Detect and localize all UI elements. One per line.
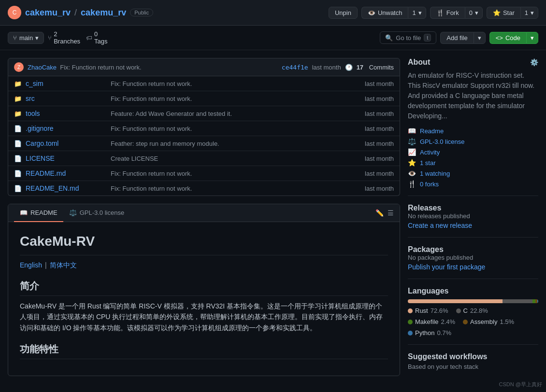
public-badge: Public — [130, 9, 153, 16]
code-button[interactable]: <> Code — [489, 32, 526, 44]
publish-package-link[interactable]: Publish your first package — [408, 263, 485, 271]
file-link[interactable]: README_EN.md — [26, 184, 79, 192]
tags-count-item: 🏷 0 Tags — [86, 30, 107, 45]
file-link[interactable]: Cargo.toml — [26, 140, 58, 147]
rust-bar — [408, 299, 503, 303]
about-section: About ⚙️ An emulator for RISC-V instruct… — [408, 58, 538, 188]
tab-readme[interactable]: 📖 README — [14, 204, 63, 222]
repo-header: C cakemu_rv / cakemu_rv Public Unpin 👁️ … — [0, 0, 546, 26]
file-time: last month — [365, 170, 394, 177]
file-row: 📄 Cargo.toml Feather: step run and memor… — [8, 136, 400, 151]
commit-author-link[interactable]: ZhaoCake — [28, 64, 57, 71]
sidebar-divider-3 — [408, 279, 538, 279]
c-pct: 22.8% — [470, 307, 488, 314]
add-file-dropdown[interactable]: ▾ — [474, 32, 486, 44]
about-link-watching: 👁️ 1 watching — [408, 169, 538, 177]
sidebar-divider-4 — [408, 344, 538, 345]
pencil-icon[interactable]: ✏️ — [375, 209, 384, 217]
forks-link[interactable]: 0 forks — [420, 181, 439, 188]
python-label: Python — [415, 329, 434, 336]
readme-link[interactable]: Readme — [420, 127, 444, 135]
star-dropdown[interactable]: 1 ▾ — [520, 7, 538, 19]
fork-label: Fork — [446, 9, 459, 16]
commit-bar: Z ZhaoCake Fix: Function return not work… — [8, 58, 400, 76]
unwatch-dropdown[interactable]: 1 ▾ — [408, 7, 426, 19]
file-link[interactable]: .gitignore — [26, 125, 54, 132]
branches-link[interactable]: 2 Branches — [54, 30, 80, 45]
c-bar — [503, 299, 532, 303]
star-icon: ⭐ — [493, 9, 501, 16]
history-icon: 🕐 — [345, 64, 353, 71]
list-icon[interactable]: ☰ — [388, 209, 394, 217]
go-to-file-shortcut: t — [424, 34, 431, 42]
license-link[interactable]: GPL-3.0 license — [420, 138, 465, 145]
commit-hash[interactable]: ce44f1e — [282, 64, 308, 71]
book-icon: 📖 — [408, 127, 416, 135]
releases-section: Releases No releases published Create a … — [408, 204, 538, 229]
add-file-button[interactable]: Add file — [440, 32, 473, 44]
repo-name[interactable]: cakemu_rv — [81, 8, 126, 18]
file-row: 📄 LICENSE Create LICENSE last month — [8, 151, 400, 166]
file-commit: Fix: Function return not work. — [103, 185, 365, 192]
makefile-pct: 2.4% — [441, 318, 455, 325]
file-link[interactable]: c_sim — [26, 80, 43, 87]
star-icon: ⭐ — [408, 159, 416, 167]
unpin-button[interactable]: Unpin — [329, 7, 358, 19]
link-separator: | — [45, 261, 47, 270]
activity-link[interactable]: Activity — [420, 149, 440, 156]
header-actions: Unpin 👁️ Unwatch 1 ▾ 🍴 Fork 0 ▾ ⭐ — [329, 7, 538, 19]
file-list: 📁 c_sim Fix: Function return not work. l… — [8, 76, 400, 196]
file-time: last month — [365, 95, 394, 102]
file-name: c_sim — [26, 80, 103, 87]
suggested-sub: Based on your tech stack — [408, 363, 538, 370]
repo-owner[interactable]: cakemu_rv — [25, 8, 71, 18]
folder-icon: 📁 — [14, 110, 22, 117]
file-commit: Fix: Function return not work. — [103, 80, 365, 87]
create-release-link[interactable]: Create a new release — [408, 222, 472, 229]
unpin-group: Unpin — [329, 7, 358, 19]
python-pct: 0.7% — [437, 329, 451, 336]
chinese-link[interactable]: 简体中文 — [50, 261, 77, 270]
watermark: CSDN @早上真好 — [499, 381, 542, 388]
go-to-file-input[interactable]: 🔍 Go to file t — [380, 31, 436, 44]
readme-intro-text: CakeMu-RV 是一个用 Rust 编写的简单 RISC-V 模拟器，支持 … — [20, 301, 388, 333]
file-name: README.md — [26, 169, 103, 177]
star-button[interactable]: ⭐ Star — [487, 7, 520, 19]
readme-title: CakeMu-RV — [20, 234, 388, 249]
file-name: Cargo.toml — [26, 140, 103, 147]
file-commit: Fix: Function return not work. — [103, 125, 365, 132]
file-link[interactable]: src — [26, 95, 35, 102]
tags-link[interactable]: 0 Tags — [94, 30, 107, 45]
file-name: tools — [26, 110, 103, 117]
file-time: last month — [365, 155, 394, 162]
commit-author-area: Z ZhaoCake Fix: Function return not work… — [14, 62, 142, 72]
file-name: README_EN.md — [26, 184, 103, 192]
file-link[interactable]: README.md — [26, 169, 66, 177]
english-link[interactable]: English — [20, 261, 42, 270]
commit-message: Fix: Function return not work. — [60, 64, 141, 71]
main-layout: Z ZhaoCake Fix: Function return not work… — [0, 50, 546, 384]
about-title: About — [408, 58, 430, 67]
commit-meta: ZhaoCake Fix: Function return not work. — [28, 64, 142, 71]
fork-dropdown[interactable]: 0 ▾ — [465, 7, 483, 19]
watching-link[interactable]: 1 watching — [420, 170, 450, 177]
stars-link[interactable]: 1 star — [420, 159, 436, 167]
code-dropdown[interactable]: ▾ — [526, 32, 538, 44]
branch-selector[interactable]: ⑂ main ▾ — [8, 32, 44, 44]
file-commit: Fix: Function return not work. — [103, 170, 365, 177]
settings-icon[interactable]: ⚙️ — [530, 58, 538, 66]
unwatch-button[interactable]: 👁️ Unwatch — [361, 7, 408, 19]
file-name: src — [26, 95, 103, 102]
file-link[interactable]: tools — [26, 110, 40, 117]
no-releases-text: No releases published — [408, 212, 538, 220]
fork-button[interactable]: 🍴 Fork — [430, 7, 465, 19]
branch-info: ⑂ 2 Branches 🏷 0 Tags — [48, 30, 107, 45]
file-row: 📄 README_EN.md Fix: Function return not … — [8, 181, 400, 196]
file-row: 📁 c_sim Fix: Function return not work. l… — [8, 76, 400, 91]
commits-link[interactable]: 17 Commits — [357, 64, 394, 71]
file-link[interactable]: LICENSE — [26, 154, 55, 162]
file-icon: 📄 — [14, 125, 22, 132]
branch-count-icon: ⑂ — [48, 34, 52, 42]
folder-icon: 📁 — [14, 95, 22, 102]
tab-license[interactable]: ⚖️ GPL-3.0 license — [63, 204, 130, 222]
